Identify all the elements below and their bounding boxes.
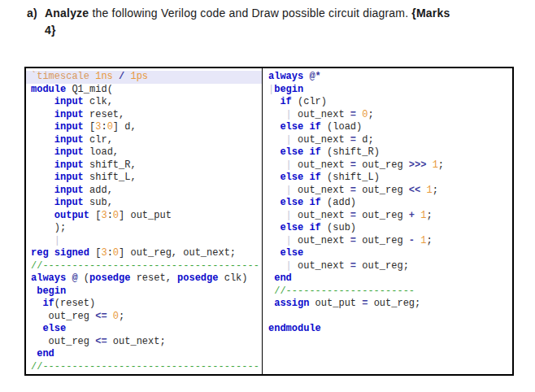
code-line: input reset,: [26, 109, 262, 122]
code-line: | out_next = out_reg << 1;: [263, 185, 512, 198]
code-line: else: [26, 323, 262, 336]
code-line: input [3:0] d,: [26, 121, 262, 134]
code-line: output [3:0] out_put: [26, 210, 262, 223]
question-marks-open: {Marks: [411, 7, 450, 20]
question-header: a)Analyze the following Verilog code and…: [27, 5, 518, 39]
code-line: | out_next = out_reg - 1;: [263, 235, 512, 248]
code-line: | out_next = out_reg + 1;: [263, 210, 512, 223]
code-line: | out_next = out_reg >>> 1;: [263, 159, 512, 172]
code-line: input clk,: [26, 96, 262, 109]
question-marks-close: 4}: [45, 24, 56, 37]
code-line: else if (load): [263, 121, 512, 134]
question-line-2: 4}: [27, 22, 518, 39]
code-line: //-------------------------------------: [26, 361, 262, 374]
code-line: else if (shift_L): [263, 172, 512, 185]
code-line: if (clr): [263, 96, 512, 109]
code-line: input shift_R,: [26, 159, 262, 172]
code-line: |begin: [263, 84, 512, 97]
code-line: //-------------------------------------: [26, 260, 262, 273]
code-line: input shift_L,: [26, 172, 262, 185]
code-line: begin: [26, 285, 262, 298]
question-label: a): [27, 5, 45, 22]
code-line: );: [26, 222, 262, 235]
code-line: |: [26, 235, 262, 248]
code-line: module Q1_mid(: [26, 84, 262, 97]
verilog-code-box: `timescale 1ns / 1psmodule Q1_mid( input…: [24, 67, 514, 376]
question-body: the following Verilog code and Draw poss…: [89, 7, 411, 20]
code-line: `timescale 1ns / 1ps: [26, 71, 262, 84]
code-panel-right: always @*|begin if (clr) | out_next = 0;…: [263, 68, 512, 374]
code-line: end: [26, 348, 262, 361]
code-line: reg signed [3:0] out_reg, out_next;: [26, 247, 262, 260]
code-line: else if (sub): [263, 222, 512, 235]
question-verb: Analyze: [45, 7, 89, 20]
code-line: input sub,: [26, 197, 262, 210]
code-line: end: [263, 272, 512, 285]
code-line: if(reset): [26, 298, 262, 311]
code-line: out_reg <= 0;: [26, 311, 262, 324]
code-line: assign out_put = out_reg;: [263, 298, 512, 311]
code-panel-left: `timescale 1ns / 1psmodule Q1_mid( input…: [26, 68, 263, 374]
code-line: else: [263, 247, 512, 260]
code-line: | out_next = d;: [263, 134, 512, 147]
code-line: endmodule: [263, 323, 512, 336]
code-line: else if (add): [263, 197, 512, 210]
code-line: always @ (posedge reset, posedge clk): [26, 272, 262, 285]
code-line: input add,: [26, 185, 262, 198]
code-line: [263, 311, 512, 324]
question-line-1: a)Analyze the following Verilog code and…: [27, 5, 518, 22]
code-line: | out_next = 0;: [263, 109, 512, 122]
code-line: always @*: [263, 71, 512, 84]
code-line: | out_next = out_reg;: [263, 260, 512, 273]
code-line: else if (shift_R): [263, 146, 512, 159]
code-line: input clr,: [26, 134, 262, 147]
code-line: input load,: [26, 146, 262, 159]
code-line: //----------------------: [263, 285, 512, 298]
code-line: out_reg <= out_next;: [26, 336, 262, 349]
